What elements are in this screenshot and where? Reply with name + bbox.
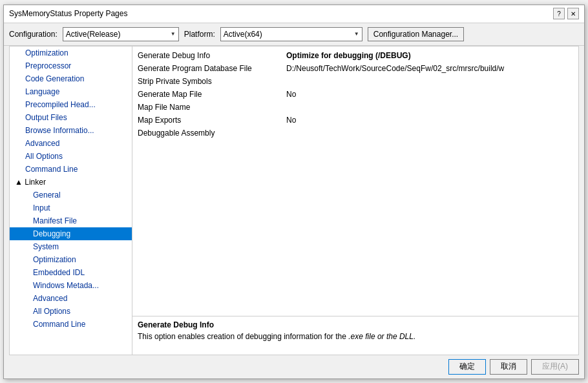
sidebar-item-17[interactable]: Embedded IDL	[10, 266, 132, 279]
sidebar-item-12[interactable]: Input	[10, 202, 132, 214]
cancel-button[interactable]: 取消	[490, 359, 527, 375]
config-label: Configuration:	[9, 30, 58, 39]
sidebar-item-6[interactable]: Browse Informatio...	[10, 124, 132, 137]
sidebar-item-5[interactable]: Output Files	[10, 111, 132, 124]
properties-table: Generate Debug InfoOptimize for debuggin…	[132, 47, 578, 316]
prop-value: No	[281, 115, 578, 125]
title-bar: SysMemoryStatus Property Pages ? ✕	[4, 5, 584, 23]
config-dropdown[interactable]: Active(Release) ▼	[63, 27, 179, 41]
sidebar-item-9[interactable]: Command Line	[10, 163, 132, 176]
prop-value	[281, 107, 578, 108]
sidebar-item-21[interactable]: Command Line	[10, 318, 132, 331]
table-row: Debuggable Assembly	[132, 127, 578, 140]
prop-value: No	[281, 89, 578, 99]
table-row: Generate Map FileNo	[132, 88, 578, 101]
sidebar-item-18[interactable]: Windows Metada...	[10, 279, 132, 292]
sidebar-item-13[interactable]: Manifest File	[10, 214, 132, 227]
platform-value: Active(x64)	[224, 30, 262, 39]
prop-value: Optimize for debugging (/DEBUG)	[281, 50, 578, 61]
prop-name: Generate Debug Info	[132, 50, 281, 61]
table-row: Generate Program Database FileD:/Neusoft…	[132, 62, 578, 75]
prop-value	[281, 132, 578, 134]
table-row: Map ExportsNo	[132, 114, 578, 127]
prop-name: Generate Program Database File	[132, 63, 281, 74]
table-row: Generate Debug InfoOptimize for debuggin…	[132, 49, 578, 62]
prop-name: Map File Name	[132, 102, 281, 112]
bottom-bar: 确定 取消 应用(A)	[4, 355, 584, 378]
sidebar-item-7[interactable]: Advanced	[10, 137, 132, 150]
dialog-title: SysMemoryStatus Property Pages	[9, 9, 127, 18]
platform-dropdown-arrow: ▼	[354, 31, 359, 37]
config-manager-button[interactable]: Configuration Manager...	[368, 27, 464, 41]
sidebar-item-0[interactable]: Optimization	[10, 47, 132, 59]
sidebar-item-2[interactable]: Code Generation	[10, 72, 132, 85]
sidebar-item-14[interactable]: Debugging	[10, 227, 132, 240]
prop-name: Generate Map File	[132, 89, 281, 99]
sidebar-item-4[interactable]: Precompiled Head...	[10, 98, 132, 111]
sidebar-item-16[interactable]: Optimization	[10, 253, 132, 266]
prop-name: Strip Private Symbols	[132, 76, 281, 87]
sidebar-item-15[interactable]: System	[10, 240, 132, 253]
description-title: Generate Debug Info	[138, 320, 573, 329]
prop-value	[281, 81, 578, 82]
prop-name: Map Exports	[132, 115, 281, 125]
config-bar: Configuration: Active(Release) ▼ Platfor…	[4, 23, 584, 46]
sidebar: OptimizationPreprocessorCode GenerationL…	[10, 47, 132, 355]
description-area: Generate Debug Info This option enables …	[132, 316, 578, 355]
content-area: Generate Debug InfoOptimize for debuggin…	[132, 47, 578, 355]
prop-name: Debuggable Assembly	[132, 128, 281, 138]
sidebar-item-20[interactable]: All Options	[10, 305, 132, 318]
platform-label: Platform:	[184, 30, 215, 39]
dialog: SysMemoryStatus Property Pages ? ✕ Confi…	[3, 5, 585, 379]
table-row: Strip Private Symbols	[132, 75, 578, 88]
sidebar-item-3[interactable]: Language	[10, 85, 132, 98]
main-area: OptimizationPreprocessorCode GenerationL…	[9, 46, 579, 355]
prop-value: D:/Neusoft/TechWork/SourceCode/SeqFw/02_…	[281, 63, 578, 74]
help-button[interactable]: ?	[553, 8, 565, 19]
sidebar-item-11[interactable]: General	[10, 189, 132, 202]
config-value: Active(Release)	[66, 30, 121, 39]
description-text: This option enables creation of debuggin…	[138, 332, 573, 341]
table-row: Map File Name	[132, 101, 578, 114]
platform-dropdown[interactable]: Active(x64) ▼	[220, 27, 362, 41]
ok-button[interactable]: 确定	[448, 359, 486, 375]
config-dropdown-arrow: ▼	[171, 31, 176, 37]
close-button[interactable]: ✕	[567, 8, 579, 19]
sidebar-scroll[interactable]: OptimizationPreprocessorCode GenerationL…	[10, 47, 132, 355]
title-controls: ? ✕	[553, 8, 579, 19]
sidebar-item-10[interactable]: ▲ Linker	[10, 176, 132, 189]
apply-button[interactable]: 应用(A)	[531, 359, 579, 375]
sidebar-item-1[interactable]: Preprocessor	[10, 59, 132, 72]
sidebar-item-19[interactable]: Advanced	[10, 292, 132, 305]
sidebar-item-8[interactable]: All Options	[10, 150, 132, 163]
